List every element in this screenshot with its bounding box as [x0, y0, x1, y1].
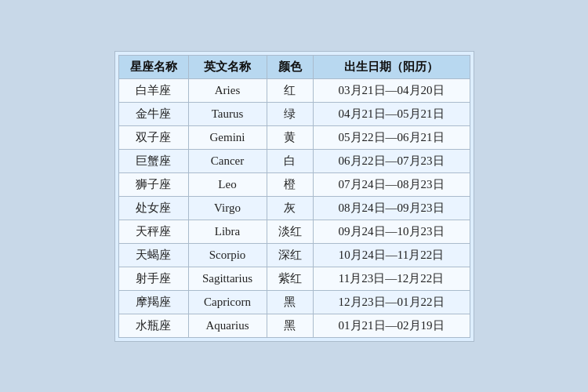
cell-zh: 水瓶座 — [118, 314, 188, 337]
table-row: 摩羯座Capricorn黑12月23日—01月22日 — [118, 290, 470, 314]
table-header-row: 星座名称 英文名称 颜色 出生日期（阳历） — [118, 55, 470, 78]
cell-zh: 巨蟹座 — [118, 149, 188, 172]
cell-date: 09月24日—10月23日 — [313, 220, 470, 243]
table-row: 天秤座Libra淡红09月24日—10月23日 — [118, 220, 470, 243]
cell-color: 黄 — [267, 125, 313, 149]
cell-zh: 双子座 — [118, 125, 188, 149]
cell-date: 04月21日—05月21日 — [313, 102, 470, 125]
cell-color: 红 — [267, 78, 313, 102]
table-row: 处女座Virgo灰08月24日—09月23日 — [118, 196, 470, 220]
cell-en: Taurus — [188, 102, 267, 125]
cell-zh: 处女座 — [118, 196, 188, 220]
cell-en: Capricorn — [188, 290, 267, 314]
cell-en: Leo — [188, 172, 267, 196]
cell-zh: 摩羯座 — [118, 290, 188, 314]
cell-en: Libra — [188, 220, 267, 243]
cell-en: Sagittarius — [188, 267, 267, 290]
cell-color: 橙 — [267, 172, 313, 196]
cell-date: 07月24日—08月23日 — [313, 172, 470, 196]
cell-date: 05月22日—06月21日 — [313, 125, 470, 149]
cell-zh: 金牛座 — [118, 102, 188, 125]
cell-color: 深红 — [267, 243, 313, 267]
cell-color: 淡红 — [267, 220, 313, 243]
table-row: 双子座Gemini黄05月22日—06月21日 — [118, 125, 470, 149]
cell-zh: 狮子座 — [118, 172, 188, 196]
cell-zh: 天秤座 — [118, 220, 188, 243]
cell-zh: 天蝎座 — [118, 243, 188, 267]
table-row: 射手座Sagittarius紫红11月23日—12月22日 — [118, 267, 470, 290]
cell-date: 06月22日—07月23日 — [313, 149, 470, 172]
cell-en: Aries — [188, 78, 267, 102]
header-date: 出生日期（阳历） — [313, 55, 470, 78]
zodiac-table: 星座名称 英文名称 颜色 出生日期（阳历） 白羊座Aries红03月21日—04… — [118, 55, 470, 338]
cell-color: 紫红 — [267, 267, 313, 290]
cell-date: 03月21日—04月20日 — [313, 78, 470, 102]
table-row: 白羊座Aries红03月21日—04月20日 — [118, 78, 470, 102]
table-container: 星座名称 英文名称 颜色 出生日期（阳历） 白羊座Aries红03月21日—04… — [114, 51, 474, 342]
cell-date: 10月24日—11月22日 — [313, 243, 470, 267]
cell-en: Virgo — [188, 196, 267, 220]
cell-color: 黑 — [267, 290, 313, 314]
cell-zh: 白羊座 — [118, 78, 188, 102]
header-color: 颜色 — [267, 55, 313, 78]
cell-date: 08月24日—09月23日 — [313, 196, 470, 220]
cell-date: 01月21日—02月19日 — [313, 314, 470, 337]
cell-date: 12月23日—01月22日 — [313, 290, 470, 314]
table-row: 狮子座Leo橙07月24日—08月23日 — [118, 172, 470, 196]
table-row: 金牛座Taurus绿04月21日—05月21日 — [118, 102, 470, 125]
cell-color: 白 — [267, 149, 313, 172]
header-en: 英文名称 — [188, 55, 267, 78]
table-row: 水瓶座Aquarius黑01月21日—02月19日 — [118, 314, 470, 337]
cell-en: Gemini — [188, 125, 267, 149]
cell-color: 绿 — [267, 102, 313, 125]
table-row: 巨蟹座Cancer白06月22日—07月23日 — [118, 149, 470, 172]
cell-en: Cancer — [188, 149, 267, 172]
cell-en: Scorpio — [188, 243, 267, 267]
table-row: 天蝎座Scorpio深红10月24日—11月22日 — [118, 243, 470, 267]
cell-zh: 射手座 — [118, 267, 188, 290]
cell-date: 11月23日—12月22日 — [313, 267, 470, 290]
cell-color: 灰 — [267, 196, 313, 220]
cell-en: Aquarius — [188, 314, 267, 337]
header-zh: 星座名称 — [118, 55, 188, 78]
cell-color: 黑 — [267, 314, 313, 337]
